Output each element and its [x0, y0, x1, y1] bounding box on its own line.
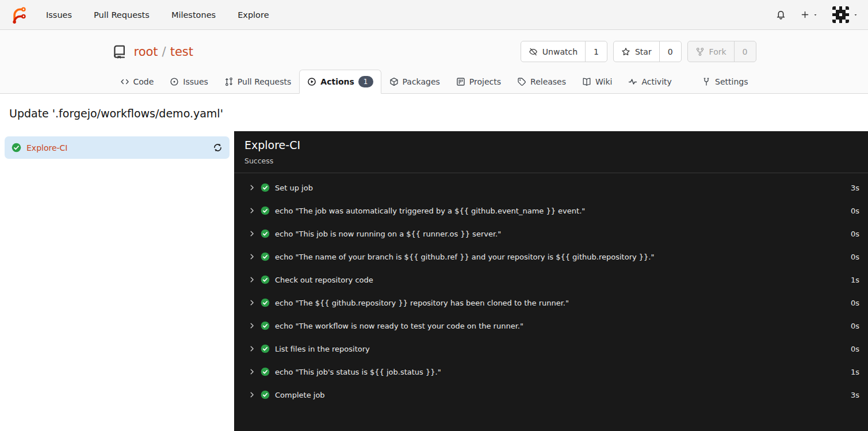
pull-request-icon [224, 77, 234, 86]
repo-action-count[interactable]: 0 [659, 41, 681, 62]
job-step-row[interactable]: echo "This job is now running on a ${{ r… [234, 222, 868, 245]
repo-path-separator: / [162, 45, 166, 59]
repo-tab[interactable]: Issues [162, 70, 216, 94]
job-step-row[interactable]: echo "This job's status is ${{ job.statu… [234, 360, 868, 383]
step-duration: 3s [851, 184, 859, 192]
notifications-button[interactable] [775, 9, 786, 20]
repo-tab[interactable]: Projects [448, 70, 509, 94]
repo-action-count[interactable]: 0 [734, 41, 756, 62]
play-circle-icon [307, 77, 316, 86]
check-circle-icon [261, 183, 270, 192]
step-duration: 0s [851, 299, 859, 307]
expand-step-chevron[interactable] [248, 368, 256, 376]
caret-down-icon [813, 13, 818, 17]
repo-icon [112, 44, 127, 59]
expand-step-chevron[interactable] [248, 230, 256, 238]
step-duration: 0s [851, 207, 859, 215]
job-step-row[interactable]: Set up job 3s [234, 176, 868, 199]
check-circle-icon [261, 206, 270, 215]
repo-tab[interactable]: Packages [381, 70, 448, 94]
navbar-link[interactable]: Milestones [171, 10, 216, 20]
job-item-explore-ci[interactable]: Explore-CI [5, 136, 230, 159]
chevron-right-icon [248, 368, 256, 376]
expand-step-chevron[interactable] [248, 276, 256, 284]
job-step-row[interactable]: echo "The workflow is now ready to test … [234, 314, 868, 337]
expand-step-chevron[interactable] [248, 299, 256, 307]
expand-step-chevron[interactable] [248, 322, 256, 330]
check-circle-icon [261, 390, 270, 399]
step-label: List files in the repository [275, 345, 370, 353]
tab-label: Projects [469, 77, 501, 86]
job-step-row[interactable]: echo "The job was automatically triggere… [234, 199, 868, 222]
navbar-link[interactable]: Issues [46, 10, 72, 20]
repo-action-button[interactable]: Star [614, 41, 659, 62]
fork-icon [695, 47, 705, 56]
job-step-row[interactable]: List files in the repository 0s [234, 337, 868, 360]
check-circle-icon [261, 229, 270, 238]
repo-action-button-group: Star 0 [613, 41, 682, 62]
eye-closed-icon [529, 47, 538, 56]
repo-tabs: Code Issues Pull Requests [112, 70, 756, 93]
navbar-right [775, 6, 858, 23]
repo-tab[interactable]: Settings [694, 70, 756, 94]
repo-tab[interactable]: Pull Requests [216, 70, 299, 94]
step-success-icon [261, 390, 270, 399]
check-circle-icon [261, 298, 270, 307]
repo-owner-link[interactable]: root [134, 45, 158, 59]
step-duration: 1s [851, 276, 859, 284]
package-icon [389, 77, 399, 86]
job-step-row[interactable]: Check out repository code 1s [234, 268, 868, 291]
repo-header: root / test Unwatch 1 Star [0, 30, 868, 94]
repo-tabbar: Code Issues Pull Requests [0, 70, 868, 94]
project-board-icon [456, 77, 465, 86]
tools-icon [702, 77, 711, 86]
top-navbar: Issues Pull Requests Milestones Explore [0, 0, 868, 30]
chevron-right-icon [248, 230, 256, 238]
repo-action-buttons: Unwatch 1 Star 0 [521, 41, 756, 62]
repo-title-row: root / test Unwatch 1 Star [112, 30, 756, 62]
repo-tab[interactable]: Actions 1 [299, 70, 381, 94]
repo-icon [112, 44, 127, 59]
check-circle-icon [261, 275, 270, 284]
tag-icon [517, 77, 526, 86]
caret-down-icon [813, 13, 818, 17]
expand-step-chevron[interactable] [248, 253, 256, 261]
job-step-row[interactable]: echo "The name of your branch is ${{ git… [234, 245, 868, 268]
forgejo-logo[interactable] [10, 6, 28, 24]
repo-action-button-group: Unwatch 1 [521, 41, 607, 62]
user-menu-button[interactable] [832, 6, 858, 23]
repo-tab[interactable]: Code [112, 70, 162, 94]
expand-step-chevron[interactable] [248, 184, 256, 192]
repo-tab[interactable]: Activity [620, 70, 679, 94]
check-circle-icon [261, 321, 270, 330]
step-duration: 0s [851, 230, 859, 238]
chevron-right-icon [248, 184, 256, 192]
repo-action-button[interactable]: Fork [688, 41, 734, 62]
navbar-link[interactable]: Explore [238, 10, 269, 20]
sync-icon [213, 143, 223, 152]
tab-count-badge: 1 [358, 76, 373, 87]
job-success-icon [12, 143, 21, 152]
plus-icon [801, 10, 809, 19]
expand-step-chevron[interactable] [248, 207, 256, 215]
bell-icon [775, 9, 786, 20]
repo-name-link[interactable]: test [170, 45, 193, 59]
rerun-job-button[interactable] [213, 143, 223, 152]
identicon-avatar [832, 6, 849, 23]
repo-tab[interactable]: Releases [509, 70, 574, 94]
navbar-link[interactable]: Pull Requests [94, 10, 150, 20]
repo-action-button[interactable]: Unwatch [521, 41, 585, 62]
step-label: echo "The workflow is now ready to test … [275, 322, 523, 330]
expand-step-chevron[interactable] [248, 345, 256, 353]
repo-tab[interactable]: Wiki [574, 70, 620, 94]
create-new-button[interactable] [801, 10, 818, 19]
job-step-row[interactable]: echo "The ${{ github.repository }} repos… [234, 291, 868, 314]
chevron-right-icon [248, 391, 256, 399]
repo-action-count[interactable]: 1 [585, 41, 607, 62]
step-duration: 3s [851, 391, 859, 399]
job-step-row[interactable]: Complete job 3s [234, 383, 868, 406]
expand-step-chevron[interactable] [248, 391, 256, 399]
caret-down-icon [853, 13, 858, 17]
job-title: Explore-CI [244, 139, 858, 151]
step-success-icon [261, 321, 270, 330]
